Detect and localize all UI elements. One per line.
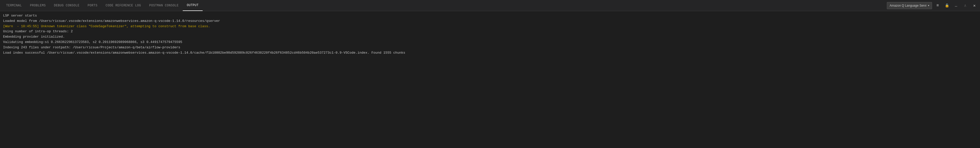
dropdown-label: Amazon Q Language Servi [890, 4, 926, 7]
list-icon[interactable]: ≡ [934, 2, 941, 9]
source-dropdown[interactable]: Amazon Q Language Servi ▾ [887, 2, 932, 9]
tab-code-reference-log[interactable]: CODE REFERENCE LOG [102, 0, 145, 11]
log-line-8: Load index successful /Users/ricsue/.vsc… [3, 50, 977, 56]
log-line-5: Embedding provider initialized. [3, 34, 977, 40]
lock-icon[interactable]: 🔒 [943, 2, 950, 9]
tab-ports[interactable]: PORTS [83, 0, 102, 11]
tab-output[interactable]: OUTPUT [183, 0, 203, 11]
tab-postman-console[interactable]: POSTMAN CONSOLE [145, 0, 183, 11]
tab-bar: TERMINAL PROBLEMS DEBUG CONSOLE PORTS CO… [0, 0, 980, 11]
log-line-1: LSP server starts [3, 13, 977, 19]
output-area: LSP server startsLoaded model from /User… [0, 11, 980, 148]
log-line-3: [Warn - 10:45:55] Unknown tokenizer clas… [3, 24, 977, 29]
log-line-2: Loaded model from /Users/ricsue/.vscode/… [3, 19, 977, 24]
log-line-7: Indexing 243 files under rootpath: /User… [3, 45, 977, 50]
tab-debug-console[interactable]: DEBUG CONSOLE [50, 0, 83, 11]
tab-problems[interactable]: PROBLEMS [26, 0, 50, 11]
tab-actions: Amazon Q Language Servi ▾ ≡ 🔒 … ∧ ✕ [887, 2, 978, 9]
close-icon[interactable]: ✕ [971, 2, 978, 9]
more-icon[interactable]: … [953, 2, 959, 9]
up-icon[interactable]: ∧ [962, 2, 969, 9]
log-line-4: Using number of intra-op threads: 2 [3, 29, 977, 34]
chevron-down-icon: ▾ [928, 4, 929, 7]
log-line-6: Validating embedding:s1 0.26636229613723… [3, 40, 977, 45]
tab-terminal[interactable]: TERMINAL [2, 0, 26, 11]
